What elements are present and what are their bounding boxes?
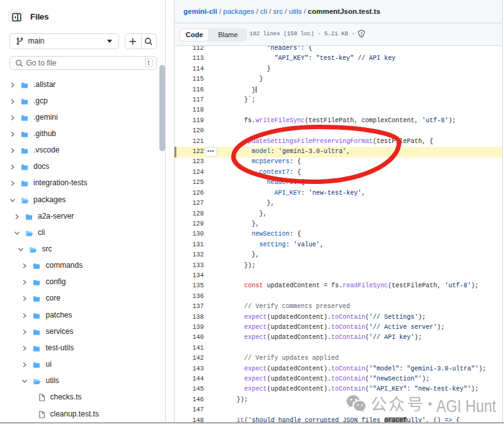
svg-text:AGI Hunt: AGI Hunt	[437, 396, 496, 416]
